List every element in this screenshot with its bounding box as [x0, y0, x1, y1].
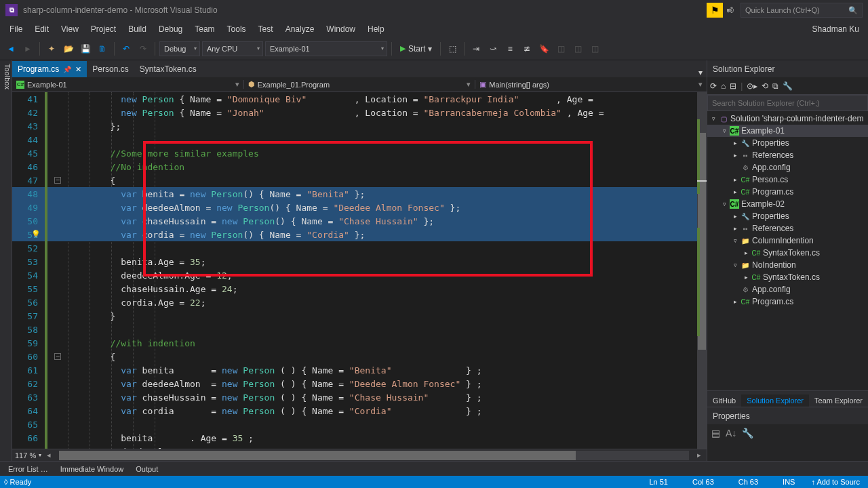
scroll-left-button[interactable]: ◂	[44, 451, 54, 460]
expand-arrow-icon[interactable]: ▿	[721, 127, 728, 134]
tree-item[interactable]: ⚙App.config	[707, 283, 868, 296]
redo-button[interactable]: ↷	[136, 41, 151, 56]
menu-window[interactable]: Window	[320, 22, 361, 36]
nav-back-button[interactable]: ◄	[3, 41, 18, 56]
notification-flag-icon[interactable]: ⚑	[707, 3, 723, 18]
solution-explorer-tab[interactable]: Solution Explorer	[741, 394, 809, 407]
feedback-icon[interactable]: 🕫	[726, 5, 735, 16]
signed-in-user[interactable]: Shadman Ku	[812, 24, 865, 34]
tree-item[interactable]: ▿📁ColumnIndention	[707, 235, 868, 247]
github-tab[interactable]: GitHub	[707, 394, 741, 407]
menu-tools[interactable]: Tools	[221, 22, 252, 36]
menu-file[interactable]: File	[3, 22, 28, 36]
menu-edit[interactable]: Edit	[28, 22, 55, 36]
code-line[interactable]: 53 benita.Age = 35;	[12, 255, 707, 268]
show-all-icon[interactable]: ⧉	[772, 81, 778, 91]
code-line[interactable]: 49 var deedeeAlmon = new Person() { Name…	[12, 201, 707, 214]
toolbar-icon[interactable]: ◫	[587, 41, 602, 56]
lightbulb-icon[interactable]: 💡	[31, 230, 41, 239]
code-line[interactable]: 44	[12, 133, 707, 146]
code-line[interactable]: 63 var chaseHussain = new Person ( ) { N…	[12, 390, 707, 404]
tab-syntaxtoken-cs[interactable]: SyntaxToken.cs	[134, 61, 202, 77]
nav-scope-combo[interactable]: C#Example-01▾	[12, 80, 244, 89]
open-file-button[interactable]: 📂	[61, 41, 76, 56]
code-line[interactable]: 56 cordia.Age = 22;	[12, 296, 707, 309]
code-line[interactable]: 42 new Person { Name = "Jonah" , Locatio…	[12, 106, 707, 119]
menu-view[interactable]: View	[55, 22, 85, 36]
home-icon[interactable]: ⟳	[710, 81, 717, 91]
expand-arrow-icon[interactable]: ▸	[743, 274, 749, 281]
code-line[interactable]: 50 var chaseHussain = new Person() { Nam…	[12, 214, 707, 228]
vertical-scrollbar[interactable]	[697, 92, 707, 449]
menu-help[interactable]: Help	[361, 22, 391, 36]
fold-toggle[interactable]: −	[54, 353, 61, 360]
undo-button[interactable]: ↶	[119, 41, 134, 56]
quick-launch-input[interactable]: Quick Launch (Ctrl+Q) 🔍	[741, 3, 863, 18]
tree-item[interactable]: ▸▪▪References	[707, 149, 868, 161]
immediate-window-tab[interactable]: Immediate Window	[55, 464, 130, 474]
toolbar-icon[interactable]: ◫	[553, 41, 568, 56]
save-button[interactable]: 💾	[78, 41, 93, 56]
expand-arrow-icon[interactable]: ▿	[732, 262, 738, 268]
home-icon[interactable]: ⌂	[721, 81, 726, 91]
menu-test[interactable]: Test	[252, 22, 279, 36]
code-line[interactable]: 62 var deedeeAlmon = new Person ( ) { Na…	[12, 377, 707, 390]
expand-arrow-icon[interactable]: ▿	[710, 115, 717, 122]
tree-item[interactable]: ▿C#Example-01	[707, 125, 868, 137]
tree-item[interactable]: ▸C#Program.cs	[707, 296, 868, 308]
menu-build[interactable]: Build	[122, 22, 153, 36]
output-tab[interactable]: Output	[130, 464, 163, 474]
code-line[interactable]: 64 var cordia = new Person ( ) { Name = …	[12, 404, 707, 418]
menu-analyze[interactable]: Analyze	[279, 22, 321, 36]
tree-item[interactable]: ▿📁NoIndention	[707, 259, 868, 271]
status-source-control[interactable]: ↑ Add to Sourc	[807, 478, 864, 486]
tree-item[interactable]: ▸C#SyntaxToken.cs	[707, 271, 868, 283]
tree-item[interactable]: ▸C#Program.cs	[707, 186, 868, 198]
tab-person-cs[interactable]: Person.cs	[87, 61, 134, 77]
code-line[interactable]: 67 deedeeAlmon . Age = 12 ;	[12, 445, 707, 449]
expand-arrow-icon[interactable]: ▸	[732, 140, 738, 146]
code-line[interactable]: 58	[12, 323, 707, 336]
expand-arrow-icon[interactable]: ▸	[732, 213, 738, 220]
tree-item[interactable]: ▿▢Solution 'sharp-column-indenter-dem	[707, 113, 868, 125]
fold-toggle[interactable]: −	[54, 177, 61, 184]
code-line[interactable]: 46 //No indention	[12, 160, 707, 174]
solution-search[interactable]	[707, 95, 868, 111]
tree-item[interactable]: ▿C#Example-02	[707, 198, 868, 210]
sort-icon[interactable]: A↓	[726, 428, 736, 439]
step-over-icon[interactable]: ⤻	[486, 41, 500, 56]
scroll-right-button[interactable]: ▸	[694, 451, 704, 460]
code-line[interactable]: 43 };	[12, 119, 707, 133]
code-line[interactable]: 51💡 var cordia = new Person() { Name = "…	[12, 228, 707, 241]
uncomment-icon[interactable]: ≢	[519, 41, 534, 56]
platform-combo[interactable]: Any CPU	[202, 41, 263, 56]
code-line[interactable]: 41 new Person { Name = "Domonique Biv" ,…	[12, 92, 707, 106]
team-explorer-tab[interactable]: Team Explorer	[809, 394, 868, 407]
code-line[interactable]: 57 }	[12, 309, 707, 323]
config-combo[interactable]: Debug	[159, 41, 200, 56]
tree-item[interactable]: ▸▪▪References	[707, 222, 868, 235]
expand-arrow-icon[interactable]: ▿	[721, 201, 728, 207]
code-line[interactable]: 59 //with indention	[12, 336, 707, 350]
comment-icon[interactable]: ≡	[502, 41, 517, 56]
new-project-button[interactable]: ✦	[44, 41, 59, 56]
code-line[interactable]: 61 var benita = new Person ( ) { Name = …	[12, 363, 707, 377]
step-into-icon[interactable]: ⇥	[469, 41, 484, 56]
code-line[interactable]: 45 //Some more similar examples	[12, 146, 707, 160]
code-line[interactable]: 52	[12, 241, 707, 255]
startup-project-combo[interactable]: Example-01	[265, 41, 387, 56]
menu-debug[interactable]: Debug	[153, 22, 189, 36]
code-line[interactable]: 47− {	[12, 174, 707, 187]
code-editor[interactable]: 41 new Person { Name = "Domonique Biv" ,…	[12, 92, 707, 449]
close-icon[interactable]: ✕	[75, 65, 81, 74]
expand-arrow-icon[interactable]: ▸	[732, 152, 738, 159]
sync-icon[interactable]: ⊙▸	[747, 81, 757, 91]
pin-icon[interactable]: 📌	[63, 66, 71, 73]
code-line[interactable]: 65	[12, 418, 707, 431]
tree-item[interactable]: ▸🔧Properties	[707, 210, 868, 222]
zoom-level[interactable]: 117 %	[15, 451, 36, 460]
error-list-tab[interactable]: Error List …	[3, 464, 54, 474]
refresh-icon[interactable]: ⟲	[762, 81, 768, 91]
toolbar-icon[interactable]: ◫	[570, 41, 585, 56]
code-line[interactable]: 48 var benita = new Person() { Name = "B…	[12, 187, 707, 201]
